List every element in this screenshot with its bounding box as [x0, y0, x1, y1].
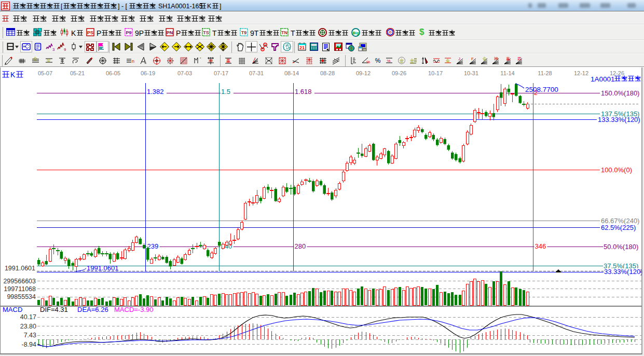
svg-text:05-07: 05-07 [38, 70, 52, 76]
svg-text:07-03: 07-03 [177, 70, 192, 76]
svg-text:MACD=-3.90: MACD=-3.90 [114, 306, 154, 313]
svg-text:07-31: 07-31 [249, 70, 264, 76]
svg-text:1.5: 1.5 [221, 88, 230, 95]
svg-text:-8.94: -8.94 [22, 341, 37, 348]
svg-text:1A0001: 1A0001 [591, 75, 615, 83]
svg-text:MACD: MACD [3, 306, 22, 313]
svg-text:299566603: 299566603 [3, 278, 36, 285]
svg-text:7.43: 7.43 [24, 332, 36, 339]
svg-text:09-26: 09-26 [392, 70, 406, 76]
svg-text:08-28: 08-28 [320, 70, 335, 76]
svg-text:346: 346 [535, 242, 546, 250]
svg-text:DEA=6.26: DEA=6.26 [77, 306, 108, 313]
svg-text:1991.0601: 1991.0601 [5, 265, 35, 272]
svg-text:08-14: 08-14 [284, 70, 299, 76]
svg-text:280: 280 [295, 242, 306, 250]
svg-text:DIF=4.31: DIF=4.31 [40, 306, 68, 313]
svg-text:2508.7700: 2508.7700 [525, 86, 558, 93]
svg-text:23.80: 23.80 [20, 323, 36, 330]
svg-text:11-14: 11-14 [500, 70, 514, 76]
svg-text:09-12: 09-12 [356, 70, 371, 76]
svg-text:62.5%(225): 62.5%(225) [601, 224, 636, 231]
svg-text:10-17: 10-17 [428, 70, 443, 76]
svg-text:12-12: 12-12 [574, 70, 588, 76]
svg-text:150.0%(180): 150.0%(180) [601, 89, 639, 97]
svg-text:06-05: 06-05 [106, 70, 120, 76]
svg-text:06-19: 06-19 [141, 70, 155, 76]
svg-text:199711068: 199711068 [4, 285, 36, 293]
svg-text:133.33%(120): 133.33%(120) [598, 116, 640, 124]
svg-text:1991.0601: 1991.0601 [87, 264, 118, 272]
svg-text:33.33%(120): 33.33%(120) [604, 268, 642, 276]
svg-text:100.0%(0): 100.0%(0) [601, 166, 632, 174]
svg-text:50.0%(180): 50.0%(180) [604, 243, 638, 251]
svg-text:1.618: 1.618 [295, 88, 312, 95]
svg-text:07-17: 07-17 [214, 70, 228, 76]
svg-text:99855534: 99855534 [7, 293, 36, 300]
svg-text:10-31: 10-31 [464, 70, 478, 76]
svg-text:1.382: 1.382 [147, 88, 164, 95]
svg-text:05-21: 05-21 [70, 70, 85, 76]
svg-text:11-28: 11-28 [538, 70, 552, 76]
svg-text:40.17: 40.17 [20, 313, 36, 321]
svg-text:K: K [10, 71, 16, 79]
